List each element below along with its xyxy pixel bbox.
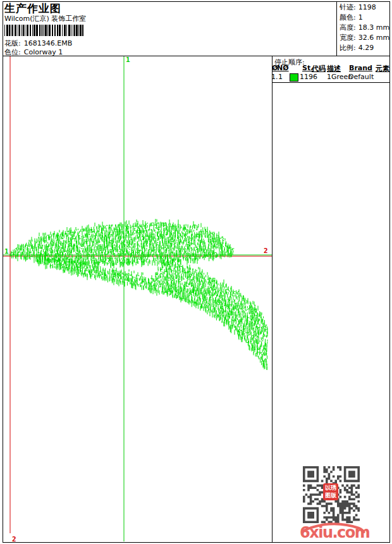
start-marker-label-top: 1	[126, 56, 130, 64]
stamp-line2: 图版	[323, 491, 338, 499]
stamp-logo: 以琇 图版	[323, 483, 338, 500]
design-canvas: 1 1 2 2	[0, 0, 392, 544]
watermark-swoosh-icon	[300, 517, 367, 536]
end-marker-label-right: 2	[264, 247, 268, 255]
stitch-band-lower	[38, 254, 268, 370]
stamp-line1: 以琇	[323, 484, 338, 491]
end-marker-label-bottom: 2	[12, 535, 16, 543]
start-marker-label-left: 1	[4, 247, 9, 256]
stitch-band-upper	[10, 219, 234, 269]
